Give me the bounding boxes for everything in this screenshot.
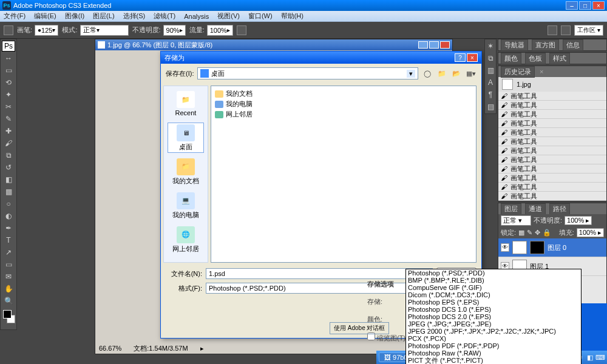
format-option[interactable]: Dicom (*.DCM;*.DC3;*.DIC) [406, 291, 581, 298]
path-tool[interactable]: ↗ [2, 247, 15, 258]
format-option[interactable]: Photoshop DCS 2.0 (*.EPS) [406, 313, 581, 320]
history-item[interactable]: 🖌画笔工具 [498, 146, 606, 155]
shape-tool[interactable]: ▭ [2, 259, 15, 270]
visibility-icon[interactable]: 👁 [501, 243, 509, 252]
menu-select[interactable]: 选择(S) [123, 12, 146, 21]
layer-row[interactable]: 👁 图层 0 [498, 238, 606, 257]
view-menu-button[interactable]: ▦▾ [466, 68, 476, 79]
history-item[interactable]: 🖌画笔工具 [498, 137, 606, 146]
tab-histogram[interactable]: 直方图 [532, 39, 559, 51]
menu-filter[interactable]: 滤镜(T) [154, 12, 175, 21]
format-option[interactable]: CompuServe GIF (*.GIF) [406, 284, 581, 291]
menu-view[interactable]: 视图(V) [217, 12, 240, 21]
history-item[interactable]: 🖌画笔工具 [498, 92, 606, 101]
lock-pos-icon[interactable]: ✥ [535, 229, 540, 237]
history-snapshot[interactable]: 1.jpg [498, 77, 606, 92]
tab-paths[interactable]: 路径 [549, 203, 570, 215]
brush-picker[interactable]: ● 125 ▾ [35, 25, 58, 36]
lock-pixels-icon[interactable]: ✎ [527, 229, 532, 237]
tab-styles[interactable]: 样式 [549, 53, 570, 64]
hand-tool[interactable]: ✋ [2, 283, 15, 294]
paragraph-palette-icon[interactable]: ¶ [486, 90, 495, 99]
tray-icon[interactable]: ⌨ [596, 353, 605, 362]
filename-input[interactable]: 1.psd▾ [206, 268, 433, 279]
history-item[interactable]: 🖌画笔工具 [498, 183, 606, 192]
tab-history[interactable]: 历史记录 [501, 66, 535, 78]
history-item[interactable]: 🖌画笔工具 [498, 174, 606, 183]
brush-tool[interactable]: 🖌 [2, 138, 15, 149]
history-item[interactable]: 🖌画笔工具 [498, 128, 606, 137]
notes-tool[interactable]: ✉ [2, 271, 15, 282]
format-option[interactable]: Photoshop EPS (*.EPS) [406, 298, 581, 306]
file-item[interactable]: 网上邻居 [214, 109, 473, 120]
blend-mode-select[interactable]: 正常 ▾ [501, 215, 531, 226]
marquee-tool[interactable]: ▭ [2, 65, 15, 76]
doc-maximize-button[interactable] [429, 41, 439, 49]
layercomps-palette-icon[interactable]: ▤ [486, 103, 495, 111]
file-item[interactable]: 我的文档 [214, 89, 473, 99]
place-recent[interactable]: 📁Recent [168, 89, 204, 119]
dialog-close-button[interactable]: × [467, 53, 478, 62]
format-option[interactable]: PCX (*.PCX) [406, 335, 581, 342]
place-mycomputer[interactable]: 💻我的电脑 [168, 190, 204, 221]
crop-tool[interactable]: ✂ [2, 101, 15, 112]
format-list[interactable]: Photoshop (*.PSD;*.PDD)BMP (*.BMP;*.RLE;… [405, 269, 582, 364]
format-option[interactable]: JPEG 2000 (*.JPF;*.JPX;*.JP2;*.J2C;*.J2K… [406, 328, 581, 335]
menu-window[interactable]: 窗口(W) [248, 12, 273, 21]
menu-layer[interactable]: 图层(L) [93, 12, 114, 21]
maximize-button[interactable]: □ [579, 1, 591, 10]
layer-opacity-input[interactable]: 100% ▸ [565, 216, 592, 225]
lasso-tool[interactable]: ⟲ [2, 77, 15, 88]
format-option[interactable]: BMP (*.BMP;*.RLE;*.DIB) [406, 277, 581, 284]
menu-image[interactable]: 图像(I) [65, 12, 84, 21]
color-swatches[interactable] [2, 310, 15, 328]
tool-preset-icon[interactable] [4, 25, 13, 35]
use-adobe-dialog-button[interactable]: 使用 Adobe 对话框 [330, 322, 389, 334]
eyedropper-tool[interactable]: ✎ [2, 113, 15, 124]
history-item[interactable]: 🖌画笔工具 [498, 110, 606, 119]
tab-layers[interactable]: 图层 [501, 203, 521, 215]
doc-close-button[interactable] [440, 41, 450, 49]
tab-color[interactable]: 颜色 [501, 53, 521, 64]
tab-navigator[interactable]: 导航器 [501, 39, 528, 51]
fill-input[interactable]: 100% ▸ [577, 228, 604, 237]
opacity-input[interactable]: 90% ▸ [163, 25, 186, 36]
mode-select[interactable]: 正常 ▾ [80, 25, 129, 36]
airbrush-icon[interactable] [237, 25, 246, 35]
place-mydocs[interactable]: 📁我的文档 [168, 157, 204, 187]
healing-tool[interactable]: ✚ [2, 126, 15, 136]
menu-analysis[interactable]: Analysis [184, 13, 209, 20]
format-option[interactable]: Photoshop Raw (*.RAW) [406, 349, 581, 357]
workspace-menu[interactable]: 工作区 ▾ [574, 25, 603, 36]
format-option[interactable]: Photoshop PDF (*.PDF;*.PDP) [406, 342, 581, 349]
history-item[interactable]: 🖌画笔工具 [498, 155, 606, 164]
stamp-tool[interactable]: ⧉ [2, 150, 15, 161]
place-network[interactable]: 🌐网上邻居 [168, 224, 204, 255]
gradient-tool[interactable]: ▦ [2, 186, 15, 197]
zoom-level[interactable]: 66.67% [99, 345, 121, 352]
swatches-palette-icon[interactable]: ▥ [486, 66, 495, 75]
flow-input[interactable]: 100% ▸ [207, 25, 233, 36]
file-item[interactable]: 我的电脑 [214, 99, 473, 109]
screen-mode-icon[interactable] [561, 25, 571, 35]
tab-info[interactable]: 信息 [563, 39, 583, 51]
doc-minimize-button[interactable] [418, 41, 428, 49]
history-brush-tool[interactable]: ↺ [2, 162, 15, 173]
dialog-help-button[interactable]: ? [455, 53, 466, 62]
tab-channels[interactable]: 通道 [525, 203, 546, 215]
history-item[interactable]: 🖌画笔工具 [498, 119, 606, 128]
new-folder-button[interactable]: 📂 [451, 68, 462, 79]
zoom-tool[interactable]: 🔍 [2, 295, 15, 306]
close-panel-icon[interactable]: × [540, 68, 543, 75]
close-button[interactable]: × [592, 1, 605, 10]
dodge-tool[interactable]: ◐ [2, 211, 15, 221]
move-tool[interactable]: ↔ [2, 53, 15, 64]
tray-icon[interactable]: ◧ [586, 353, 594, 362]
clone-palette-icon[interactable]: ⧉ [486, 54, 495, 62]
fg-color[interactable] [3, 310, 12, 318]
pen-tool[interactable]: ✒ [2, 223, 15, 234]
menu-edit[interactable]: 编辑(E) [34, 12, 56, 21]
blur-tool[interactable]: ○ [2, 198, 15, 209]
wand-tool[interactable]: ✦ [2, 89, 15, 100]
savein-dropdown[interactable]: 桌面 ▾ [197, 67, 418, 79]
